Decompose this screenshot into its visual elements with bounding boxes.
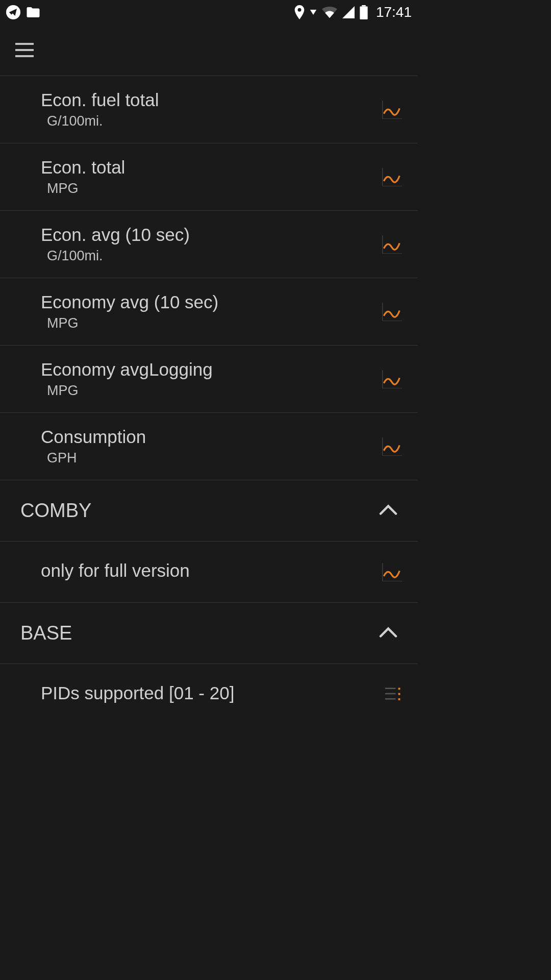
section-header-comby[interactable]: COMBY [0,480,418,541]
chevron-up-icon [379,627,397,640]
list-item[interactable]: PIDs supported [01 - 20] [0,664,418,725]
list-item[interactable]: Econ. avg (10 sec) G/100mi. [0,210,418,278]
item-sub: MPG [41,181,382,197]
battery-icon [360,5,368,19]
bits-icon [382,684,403,705]
chart-line-icon [382,235,403,254]
chart-line-icon [382,303,403,321]
chart-line-icon [382,370,403,388]
list-item[interactable]: Economy avg (10 sec) MPG [0,278,418,345]
location-icon [294,5,305,19]
section-title: COMBY [20,500,91,522]
item-title: Econ. total [41,157,382,178]
item-title: Econ. fuel total [41,90,382,110]
chevron-up-icon [379,504,397,518]
item-title: only for full version [41,560,382,581]
list-item[interactable]: only for full version [0,541,418,602]
list-item[interactable]: Consumption GPH [0,412,418,480]
section-header-base[interactable]: BASE [0,602,418,664]
svg-rect-8 [398,698,400,700]
item-title: PIDs supported [01 - 20] [41,683,382,703]
menu-icon[interactable] [15,43,34,57]
list-item[interactable]: Econ. fuel total G/100mi. [0,76,418,143]
chart-line-icon [382,563,403,581]
item-sub: GPH [41,450,382,466]
app-header [0,24,418,76]
telegram-icon [6,5,20,19]
status-right: 17:41 [294,4,412,20]
svg-rect-2 [360,7,367,19]
svg-rect-1 [362,5,366,7]
item-title: Economy avgLogging [41,359,382,380]
wifi-icon [322,6,337,18]
chart-line-icon [382,168,403,186]
list-item[interactable]: Economy avgLogging MPG [0,345,418,412]
expand-triangle-icon [310,10,317,15]
content: Econ. fuel total G/100mi. Econ. total MP… [0,76,418,725]
item-sub: MPG [41,315,382,331]
item-title: Economy avg (10 sec) [41,292,382,312]
chart-line-icon [382,101,403,119]
list-item[interactable]: Econ. total MPG [0,143,418,210]
item-sub: G/100mi. [41,248,382,264]
clock-time: 17:41 [376,4,412,20]
item-title: Consumption [41,427,382,447]
folder-icon [26,6,41,19]
svg-rect-6 [398,693,400,695]
item-sub: G/100mi. [41,113,382,129]
signal-icon [342,6,355,18]
status-left [6,5,41,19]
chart-line-icon [382,437,403,456]
status-bar: 17:41 [0,0,418,24]
svg-rect-4 [398,688,400,690]
item-title: Econ. avg (10 sec) [41,225,382,245]
item-sub: MPG [41,383,382,399]
section-title: BASE [20,622,72,644]
